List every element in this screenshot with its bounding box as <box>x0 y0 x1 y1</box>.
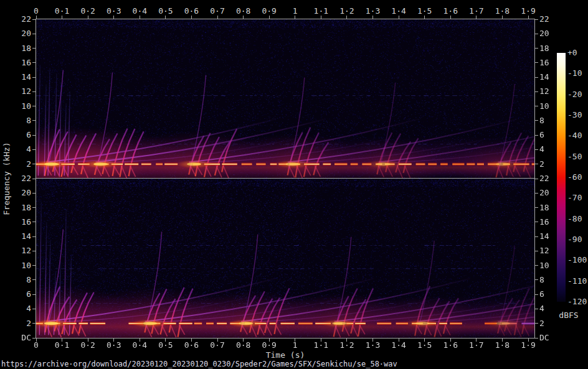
time-tick-label: 0·3 <box>102 7 126 16</box>
freq-tick-mark <box>535 135 538 136</box>
freq-tick-mark <box>535 164 538 164</box>
time-tick-label: 0·2 <box>75 7 100 16</box>
freq-tick-mark <box>32 179 36 179</box>
time-tick-label: 0·6 <box>179 7 204 16</box>
freq-tick-mark <box>32 323 36 324</box>
freq-tick-label: 16 <box>10 218 31 227</box>
freq-tick-mark <box>535 179 538 179</box>
time-tick-mark <box>399 16 399 19</box>
time-tick-mark <box>528 16 529 19</box>
freq-tick-mark <box>32 62 36 63</box>
freq-tick-label: 14 <box>539 232 549 241</box>
freq-tick-mark <box>32 164 36 164</box>
colorbar-tick-label: +0 <box>567 49 577 57</box>
time-tick-mark <box>36 16 37 19</box>
freq-tick-label: 20 <box>10 189 31 197</box>
freq-tick-label: 18 <box>10 203 31 212</box>
time-tick-label: 0·9 <box>257 341 282 350</box>
freq-tick-mark <box>32 135 36 136</box>
freq-tick-mark <box>535 323 538 324</box>
freq-tick-label: 12 <box>539 246 549 255</box>
freq-tick-mark <box>32 91 36 92</box>
time-tick-label: 0·7 <box>205 341 230 350</box>
freq-dc-label: DC <box>10 334 31 342</box>
freq-tick-mark <box>32 265 36 266</box>
colorbar-tick-label: -50 <box>567 152 582 161</box>
freq-tick-mark <box>535 48 538 49</box>
freq-tick-mark <box>535 62 538 63</box>
time-tick-label: 0·2 <box>75 341 100 350</box>
colorbar-gradient <box>557 53 566 302</box>
spectrogram-channel-2-canvas <box>36 179 534 338</box>
freq-dc-label: DC <box>539 334 549 342</box>
time-tick-label: 0·9 <box>257 7 282 16</box>
freq-tick-mark <box>535 34 538 34</box>
time-tick-label: 1·1 <box>308 341 333 350</box>
colorbar-tick-label: -60 <box>567 173 582 182</box>
colorbar-tick-label: -40 <box>567 131 582 140</box>
freq-tick-label: 22 <box>539 174 549 183</box>
colorbar-tick-label: -20 <box>567 90 582 99</box>
freq-tick-label: 10 <box>10 261 31 270</box>
colorbar-unit-label: dBFS <box>559 311 578 320</box>
source-url-caption: https://archive·org/download/20230120_20… <box>1 360 397 368</box>
freq-tick-mark <box>535 236 538 237</box>
time-tick-label: 0·3 <box>102 341 126 350</box>
colorbar-tick-label: -100 <box>567 256 587 264</box>
time-tick-label: 1·1 <box>308 7 333 16</box>
freq-tick-label: 18 <box>539 203 549 212</box>
freq-tick-mark <box>535 106 538 106</box>
time-tick-mark <box>502 16 503 19</box>
time-tick-label: 0·5 <box>153 7 178 16</box>
freq-tick-label: 16 <box>10 58 31 67</box>
time-tick-mark <box>346 16 347 19</box>
freq-tick-mark <box>32 48 36 49</box>
colorbar-tick-label: -30 <box>567 111 582 119</box>
freq-tick-label: 2 <box>10 319 31 328</box>
time-tick-label: 1·4 <box>386 341 411 350</box>
freq-tick-mark <box>535 120 538 121</box>
time-tick-label: 0·5 <box>153 341 178 350</box>
freq-tick-label: 14 <box>10 232 31 241</box>
freq-tick-label: 6 <box>539 131 544 139</box>
time-tick-label: 1·7 <box>464 341 489 350</box>
freq-tick-mark <box>535 19 538 20</box>
freq-tick-mark <box>32 279 36 280</box>
freq-tick-mark <box>32 193 36 194</box>
freq-tick-label: 12 <box>539 87 549 96</box>
freq-tick-mark <box>535 77 538 78</box>
freq-tick-label: 12 <box>10 246 31 255</box>
time-tick-mark <box>450 16 451 19</box>
freq-tick-label: 20 <box>539 189 549 197</box>
time-tick-label: 0·4 <box>127 7 152 16</box>
colorbar-tick-label: -80 <box>567 215 582 223</box>
freq-tick-label: 14 <box>539 73 549 82</box>
freq-tick-mark <box>535 251 538 251</box>
freq-tick-mark <box>535 338 538 339</box>
colorbar-tick-label: -90 <box>567 235 582 244</box>
freq-tick-label: 6 <box>539 290 544 299</box>
time-tick-mark <box>165 16 166 19</box>
freq-tick-mark <box>32 120 36 121</box>
freq-tick-label: 20 <box>539 29 549 38</box>
freq-tick-label: 22 <box>10 15 31 24</box>
freq-tick-label: 2 <box>10 160 31 169</box>
time-tick-label: 0·7 <box>205 7 230 16</box>
time-tick-label: 1·6 <box>438 7 463 16</box>
freq-tick-label: 4 <box>539 304 544 313</box>
freq-tick-mark <box>535 279 538 280</box>
colorbar-tick-label: -120 <box>567 297 587 306</box>
time-tick-mark <box>321 16 321 19</box>
freq-tick-label: 10 <box>539 102 549 111</box>
spectrogram-figure: Frequency (kHz) Time (s) dBFS https://ar… <box>0 0 588 369</box>
time-tick-label: 1·2 <box>334 7 359 16</box>
time-tick-label: 1·8 <box>490 7 514 16</box>
time-tick-label: 0·4 <box>127 341 152 350</box>
time-tick-mark <box>88 16 88 19</box>
time-tick-mark <box>62 16 62 19</box>
time-tick-label: 1 <box>283 341 308 350</box>
time-tick-label: 1·9 <box>516 7 541 16</box>
freq-tick-label: 10 <box>10 102 31 111</box>
freq-tick-label: 22 <box>539 15 549 24</box>
freq-tick-mark <box>32 338 36 339</box>
